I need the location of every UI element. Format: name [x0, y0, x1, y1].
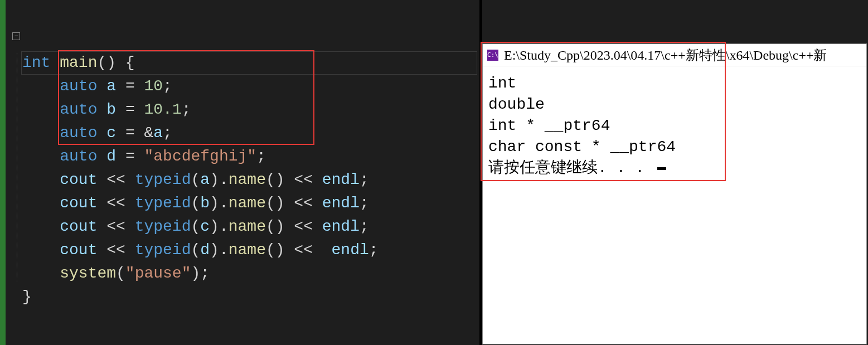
editor-gutter: − — [6, 0, 22, 345]
code-line[interactable]: int main() { — [22, 54, 135, 71]
console-line: double — [488, 96, 545, 113]
code-line[interactable]: auto a = 10; — [22, 77, 172, 95]
console-line: char const * __ptr64 — [488, 138, 676, 156]
code-line[interactable]: cout << typeid(c).name() << endl; — [22, 218, 369, 235]
code-line[interactable]: cout << typeid(b).name() << endl; — [22, 195, 369, 212]
code-line[interactable]: auto b = 10.1; — [22, 101, 191, 118]
code-content[interactable]: int main() { auto a = 10; auto b = 10.1;… — [22, 28, 379, 309]
console-title-text: E:\Study_Cpp\2023.04\04.17\c++新特性\x64\De… — [504, 46, 827, 64]
console-output[interactable]: int double int * __ptr64 char const * __… — [483, 66, 866, 184]
console-titlebar[interactable]: C:\ E:\Study_Cpp\2023.04\04.17\c++新特性\x6… — [483, 44, 866, 66]
console-line: int — [488, 75, 516, 92]
code-line[interactable]: cout << typeid(d).name() << endl; — [22, 241, 379, 259]
code-line[interactable]: auto c = &a; — [22, 124, 172, 142]
code-editor[interactable]: − int main() { auto a = 10; auto b = 10.… — [0, 0, 479, 345]
indent-guide — [17, 53, 17, 281]
change-marker — [0, 0, 6, 345]
console-cursor — [657, 167, 666, 170]
console-app-icon: C:\ — [487, 50, 498, 61]
console-window[interactable]: C:\ E:\Study_Cpp\2023.04\04.17\c++新特性\x6… — [482, 43, 867, 344]
code-line[interactable]: system("pause"); — [22, 265, 210, 282]
code-line[interactable]: auto d = "abcdefghij"; — [22, 148, 266, 165]
code-line[interactable]: } — [22, 288, 32, 305]
code-line[interactable]: cout << typeid(a).name() << endl; — [22, 171, 369, 188]
fold-collapse-icon[interactable]: − — [12, 32, 20, 40]
console-line: int * __ptr64 — [488, 117, 610, 134]
console-line: 请按任意键继续. . . — [488, 159, 654, 177]
